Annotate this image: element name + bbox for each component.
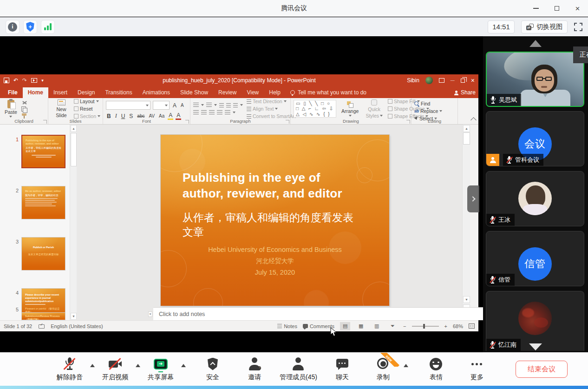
thumbnail-scrollbar[interactable]: ▲ ▼ xyxy=(70,125,77,320)
zoom-slider[interactable] xyxy=(412,326,439,327)
scroll-down-icon[interactable]: ▼ xyxy=(463,296,470,303)
fit-slide-icon[interactable] xyxy=(469,323,475,329)
paste-button[interactable]: Paste xyxy=(3,100,19,118)
shrink-font-button[interactable]: A xyxy=(180,103,185,108)
slide-scrollbar[interactable]: ▲ ▼ ⏶ ⏷ xyxy=(462,125,470,320)
meeting-info-button[interactable]: i xyxy=(6,20,20,34)
paragraph-dialog-launcher[interactable] xyxy=(286,120,289,124)
thumb-scroll-up-icon[interactable]: ▲ xyxy=(71,125,77,132)
chat-button[interactable]: 聊天 xyxy=(327,356,357,382)
notes-collapse-icon[interactable]: ▼ xyxy=(148,311,152,317)
end-meeting-button[interactable]: 结束会议 xyxy=(516,361,568,378)
zoom-in-button[interactable]: + xyxy=(444,323,447,329)
network-status-button[interactable] xyxy=(41,20,55,34)
notes-toggle[interactable]: Notes xyxy=(277,323,297,329)
save-icon[interactable] xyxy=(4,78,9,83)
tab-insert[interactable]: Insert xyxy=(48,87,72,98)
zoom-slider-knob[interactable] xyxy=(423,324,425,329)
ribbon-display-options-icon[interactable] xyxy=(439,78,444,83)
format-painter-icon[interactable] xyxy=(21,113,27,118)
video-options-caret[interactable] xyxy=(136,364,140,367)
slide-thumbnail-2[interactable]: Me as author, reviewer, editor 我为作者，评审，编… xyxy=(21,186,65,219)
share-screen-button[interactable]: ➔ 共享屏幕 xyxy=(146,356,176,382)
scroll-thumb[interactable] xyxy=(463,132,470,145)
participant-tile-guanke[interactable]: 会议 管科会议 xyxy=(486,111,584,166)
char-spacing-button[interactable]: AV xyxy=(148,113,156,119)
new-slide-button[interactable]: New Slide xyxy=(51,99,72,118)
ppt-user-avatar[interactable] xyxy=(425,77,433,84)
share-button[interactable]: Share xyxy=(454,89,476,98)
minimize-button[interactable] xyxy=(525,0,546,17)
shapes-gallery-row2[interactable]: □ △ ⌐ ∟ ⇦ ⇩ xyxy=(296,106,334,112)
comments-toggle[interactable]: Comments xyxy=(303,323,334,329)
unmute-button[interactable]: 解除静音 xyxy=(55,356,85,382)
slide-thumbnail-5[interactable]: Submission/Review Process （投稿过程） xyxy=(21,312,65,320)
shapes-gallery-row3[interactable]: △ ◁ ∿ ∿ { } xyxy=(296,112,334,117)
tab-home[interactable]: Home xyxy=(23,87,48,98)
audio-options-caret[interactable] xyxy=(90,364,95,367)
clipboard-dialog-launcher[interactable] xyxy=(43,120,47,124)
participant-tile-xinguan[interactable]: 信管 信管 xyxy=(486,231,584,286)
font-name-dropdown[interactable] xyxy=(106,101,150,110)
slide-thumbnail-3[interactable]: Publish or Perish 发表文章是研究的重要目标 xyxy=(21,237,65,270)
redo-icon[interactable]: ↷ xyxy=(22,77,27,84)
participant-tile-wusibin[interactable]: 吴思斌 xyxy=(486,52,584,107)
tab-slideshow[interactable]: Slide Show xyxy=(175,87,213,98)
align-left-icon[interactable] xyxy=(193,110,199,115)
tab-animations[interactable]: Animations xyxy=(137,87,175,98)
qat-customize-icon[interactable]: ▾ xyxy=(41,78,44,83)
increase-indent-icon[interactable] xyxy=(226,103,231,107)
thumb-scroll-thumb[interactable] xyxy=(71,133,77,166)
spellcheck-icon[interactable] xyxy=(39,324,44,329)
scroll-participants-up-icon[interactable] xyxy=(529,40,542,47)
columns-icon[interactable] xyxy=(225,110,230,115)
undo-icon[interactable]: ↶ xyxy=(13,77,18,84)
copy-icon[interactable] xyxy=(21,106,27,112)
fullscreen-button[interactable] xyxy=(574,23,582,31)
share-options-caret[interactable] xyxy=(181,364,186,367)
tab-view[interactable]: View xyxy=(242,87,264,98)
security-button[interactable]: 安全 xyxy=(198,356,228,382)
scroll-up-icon[interactable]: ▲ xyxy=(463,125,470,132)
close-button[interactable]: × xyxy=(567,0,588,17)
tab-review[interactable]: Review xyxy=(213,87,242,98)
tab-help[interactable]: Help xyxy=(264,87,286,98)
participant-tile-wangbing[interactable]: 王冰 xyxy=(486,171,584,226)
slide-sorter-view-button[interactable]: ▦ xyxy=(356,322,366,330)
line-spacing-icon[interactable] xyxy=(233,103,238,107)
ppt-restore-icon[interactable] xyxy=(461,79,465,83)
zoom-out-button[interactable]: − xyxy=(403,323,406,329)
arrange-button[interactable]: Arrange xyxy=(340,101,360,117)
slideshow-view-button[interactable]: ⏷ xyxy=(387,322,398,330)
ppt-close-icon[interactable]: × xyxy=(471,77,475,84)
maximize-button[interactable] xyxy=(546,0,567,17)
tab-design[interactable]: Design xyxy=(72,87,100,98)
shapes-gallery-row1[interactable]: ▭ ▯ ╲ ╲ □ ○ xyxy=(296,101,334,106)
change-case-button[interactable]: Aa xyxy=(158,113,165,119)
justify-icon[interactable] xyxy=(217,110,222,115)
numbering-icon[interactable] xyxy=(206,103,212,107)
record-button[interactable]: NEW 录制 xyxy=(368,356,398,382)
switch-view-button[interactable]: ⇄ 切换视图 xyxy=(521,20,568,33)
reset-button[interactable]: Reset xyxy=(74,106,100,112)
participant-tile-yijiangnan[interactable]: 忆江南 xyxy=(486,291,584,351)
emoji-button[interactable]: 表情 xyxy=(421,356,451,382)
ppt-minimize-icon[interactable]: — xyxy=(451,78,455,83)
cut-icon[interactable] xyxy=(21,100,27,105)
drawing-dialog-launcher[interactable] xyxy=(406,120,410,124)
scroll-participants-down-icon[interactable] xyxy=(529,343,542,350)
invite-button[interactable]: + 邀请 xyxy=(240,356,269,382)
manage-members-button[interactable]: 管理成员(45) xyxy=(280,356,317,382)
replace-button[interactable]: abReplace xyxy=(414,108,455,114)
panel-collapse-handle[interactable] xyxy=(467,185,479,212)
start-video-button[interactable]: 开启视频 xyxy=(100,356,130,382)
current-slide[interactable]: Publishing in the eye of author, reviewe… xyxy=(161,135,389,306)
find-button[interactable]: Find xyxy=(414,101,455,106)
collapse-ribbon-icon[interactable] xyxy=(470,117,477,123)
tell-me-box[interactable]: Tell me what you want to do xyxy=(290,89,366,98)
tab-transitions[interactable]: Transitions xyxy=(100,87,137,98)
more-button[interactable]: 更多 xyxy=(462,356,492,382)
strikethrough-button[interactable]: abc xyxy=(136,113,145,119)
zoom-level[interactable]: 68% xyxy=(453,323,463,329)
thumb-scroll-down-icon[interactable]: ▼ xyxy=(71,313,77,320)
